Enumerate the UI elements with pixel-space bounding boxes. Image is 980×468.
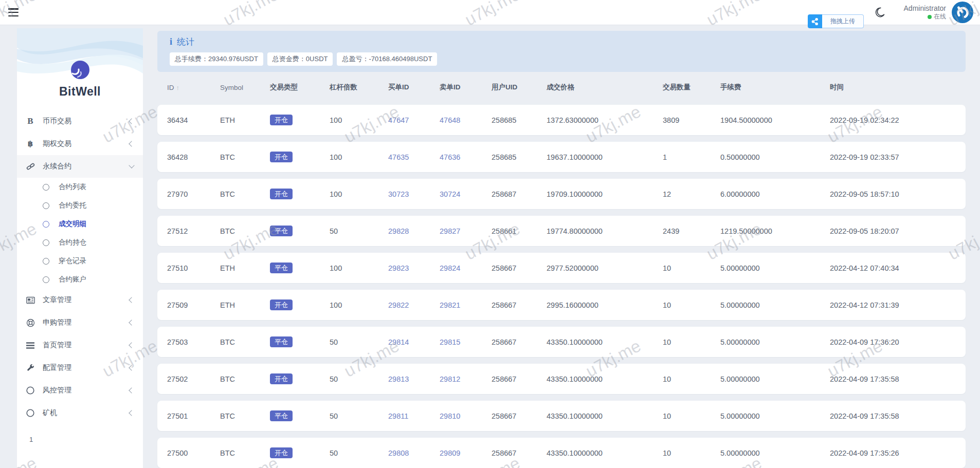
sidebar-subitem-2-1[interactable]: 合约委托 — [17, 196, 143, 215]
cell-buy-id[interactable]: 47635 — [388, 153, 440, 161]
cell-fee: 5.00000000 — [720, 301, 830, 309]
cell-sell-id[interactable]: 47636 — [440, 153, 492, 161]
cell-trade-type: 开仓 — [270, 115, 330, 125]
cell-symbol: BTC — [220, 338, 270, 346]
cell-sell-id[interactable]: 29815 — [440, 338, 492, 346]
chevron-left-icon — [129, 342, 134, 348]
sidebar-item-3[interactable]: 文章管理 — [17, 289, 143, 311]
sidebar-item-0[interactable]: B币币交易 — [17, 110, 143, 133]
hamburger-menu-icon[interactable] — [8, 8, 19, 16]
sidebar-item-8[interactable]: 矿机 — [17, 402, 143, 424]
cell-fee: 5.00000000 — [720, 338, 830, 346]
trade-type-badge: 平仓 — [270, 410, 293, 421]
sidebar-pagination[interactable]: 1 — [29, 436, 143, 443]
moon-icon[interactable] — [874, 7, 885, 18]
cell-fee: 5.00000000 — [720, 264, 830, 272]
cell-sell-id[interactable]: 29827 — [440, 227, 492, 235]
cell-uid: 258667 — [492, 264, 547, 272]
link-icon — [25, 162, 36, 171]
cell-fee: 0.50000000 — [720, 153, 830, 161]
stat-badge-2: 总盈亏：-70168.460498USDT — [337, 52, 437, 66]
cell-leverage: 50 — [330, 412, 388, 420]
cell-id: 27502 — [167, 375, 220, 383]
cell-buy-id[interactable]: 29808 — [388, 449, 440, 457]
cell-price: 43350.10000000 — [547, 375, 663, 383]
table-row: 27509 ETH 开仓 100 29822 29821 258667 2995… — [157, 290, 966, 320]
cell-leverage: 100 — [330, 190, 388, 198]
cell-id: 36428 — [167, 153, 220, 161]
sidebar-item-6[interactable]: 配置管理 — [17, 357, 143, 379]
table-row: 27970 BTC 开仓 100 30723 30724 258687 1970… — [157, 179, 966, 209]
stats-badges: 总手续费：29340.976USDT总资金费：0USDT总盈亏：-70168.4… — [170, 52, 953, 66]
cell-buy-id[interactable]: 30723 — [388, 190, 440, 198]
cell-price: 43350.10000000 — [547, 449, 663, 457]
drag-upload-button[interactable]: 拖拽上传 — [822, 14, 864, 28]
column-header-7[interactable]: 成交价格 — [547, 83, 663, 92]
column-header-10[interactable]: 时间 — [830, 83, 966, 92]
cell-sell-id[interactable]: 29809 — [440, 449, 492, 457]
user-name: Administrator — [904, 4, 946, 13]
cell-buy-id[interactable]: 29828 — [388, 227, 440, 235]
sidebar-item-label: 风控管理 — [43, 386, 71, 395]
chevron-left-icon — [129, 320, 134, 325]
cell-amount: 12 — [663, 190, 720, 198]
cell-buy-id[interactable]: 29813 — [388, 375, 440, 383]
sidebar-item-4[interactable]: 申购管理 — [17, 311, 143, 334]
column-header-2[interactable]: 交易类型 — [270, 83, 330, 92]
cell-leverage: 100 — [330, 116, 388, 124]
table-row: 36434 ETH 开仓 100 47647 47648 258685 1372… — [157, 105, 966, 135]
table-row: 27503 BTC 平仓 50 29814 29815 258667 43350… — [157, 327, 966, 357]
cell-sell-id[interactable]: 30724 — [440, 190, 492, 198]
cell-buy-id[interactable]: 29811 — [388, 412, 440, 420]
cell-trade-type: 平仓 — [270, 410, 330, 421]
column-header-4[interactable]: 买单ID — [388, 83, 440, 92]
column-header-8[interactable]: 交易数量 — [663, 83, 720, 92]
power-avatar-icon[interactable] — [951, 1, 974, 24]
column-header-5[interactable]: 卖单ID — [440, 83, 492, 92]
cell-price: 1372.63000000 — [547, 116, 663, 124]
cell-leverage: 100 — [330, 301, 388, 309]
online-dot-icon — [928, 15, 932, 19]
cell-amount: 10 — [663, 412, 720, 420]
sidebar-item-label: 配置管理 — [43, 363, 71, 372]
sidebar-subitem-label: 穿仓记录 — [59, 256, 86, 266]
sidebar-item-1[interactable]: ฿期权交易 — [17, 133, 143, 155]
cell-time: 2022-09-05 18:57:10 — [830, 190, 966, 198]
column-header-6[interactable]: 用户UID — [492, 83, 547, 92]
column-header-9[interactable]: 手续费 — [720, 83, 830, 92]
cell-buy-id[interactable]: 29822 — [388, 301, 440, 309]
sidebar-item-7[interactable]: 风控管理 — [17, 379, 143, 402]
cell-symbol: ETH — [220, 116, 270, 124]
cell-sell-id[interactable]: 29812 — [440, 375, 492, 383]
cell-buy-id[interactable]: 29823 — [388, 264, 440, 272]
chevron-left-icon — [129, 365, 134, 370]
cell-sell-id[interactable]: 29824 — [440, 264, 492, 272]
column-header-1[interactable]: Symbol — [220, 84, 270, 91]
trade-type-badge: 平仓 — [270, 263, 293, 273]
cell-sell-id[interactable]: 47648 — [440, 116, 492, 124]
cell-leverage: 50 — [330, 338, 388, 346]
cell-sell-id[interactable]: 29810 — [440, 412, 492, 420]
sidebar-item-2[interactable]: 永续合约 — [17, 155, 143, 178]
cell-amount: 10 — [663, 264, 720, 272]
cell-sell-id[interactable]: 29821 — [440, 301, 492, 309]
column-header-0[interactable]: ID↑ — [167, 84, 220, 91]
cell-trade-type: 开仓 — [270, 152, 330, 162]
sidebar-subitem-2-5[interactable]: 合约账户 — [17, 270, 143, 289]
column-header-3[interactable]: 杠杆倍数 — [330, 83, 388, 92]
drag-upload-widget[interactable]: 拖拽上传 — [808, 14, 864, 28]
sidebar-subitem-2-0[interactable]: 合约列表 — [17, 178, 143, 196]
sidebar-subitem-2-2[interactable]: 成交明细 — [17, 215, 143, 233]
sidebar-subitem-2-3[interactable]: 合约持仓 — [17, 233, 143, 252]
wrench-icon — [25, 364, 36, 372]
cell-buy-id[interactable]: 29814 — [388, 338, 440, 346]
cell-uid: 258687 — [492, 190, 547, 198]
sidebar-item-label: 首页管理 — [43, 341, 71, 350]
cell-trade-type: 开仓 — [270, 447, 330, 458]
circle-bullet-icon — [43, 258, 49, 265]
sidebar-subitem-2-4[interactable]: 穿仓记录 — [17, 252, 143, 270]
table-row: 27512 BTC 平仓 50 29828 29827 258661 19774… — [157, 216, 966, 246]
sidebar-item-5[interactable]: 首页管理 — [17, 334, 143, 357]
cell-buy-id[interactable]: 47647 — [388, 116, 440, 124]
cell-symbol: ETH — [220, 264, 270, 272]
